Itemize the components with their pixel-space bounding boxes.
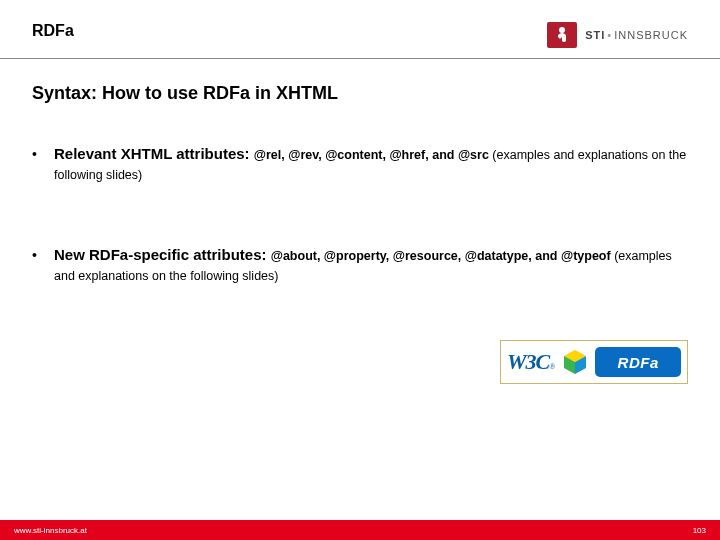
bullet-text: Relevant XHTML attributes: @rel, @rev, @… [54, 144, 688, 185]
brand-main: STI [585, 29, 605, 41]
bullet-lead: Relevant XHTML attributes: [54, 145, 254, 162]
brand-separator: • [605, 29, 614, 41]
bullet-marker: • [32, 144, 54, 185]
brand: STI•INNSBRUCK [547, 22, 688, 48]
bullet-attrs: @rel, @rev, @content, @href, and @src [254, 148, 489, 162]
bullet-attrs: @about, @property, @resource, @datatype,… [271, 249, 611, 263]
svg-point-0 [559, 27, 565, 33]
content-area: • Relevant XHTML attributes: @rel, @rev,… [0, 114, 720, 286]
w3c-logo: W3C® [507, 349, 555, 375]
bullet-item: • New RDFa-specific attributes: @about, … [32, 245, 688, 286]
w3c-text: W3C [507, 349, 549, 375]
rdfa-chip: RDFa [595, 347, 681, 377]
brand-sub: INNSBRUCK [614, 29, 688, 41]
page-number: 103 [693, 526, 706, 535]
cube-icon [561, 348, 589, 376]
bullet-text: New RDFa-specific attributes: @about, @p… [54, 245, 688, 286]
bullet-item: • Relevant XHTML attributes: @rel, @rev,… [32, 144, 688, 185]
brand-text: STI•INNSBRUCK [585, 29, 688, 41]
bullet-lead: New RDFa-specific attributes: [54, 246, 271, 263]
slide-title: Syntax: How to use RDFa in XHTML [0, 59, 720, 114]
footer-bar: www.sti-innsbruck.at 103 [0, 520, 720, 540]
footer-url: www.sti-innsbruck.at [14, 526, 87, 535]
brand-logo-icon [547, 22, 577, 48]
w3c-registered: ® [549, 362, 555, 371]
bullet-marker: • [32, 245, 54, 286]
slide-header-title: RDFa [32, 22, 74, 40]
rdfa-badge: W3C® RDFa [500, 340, 688, 384]
